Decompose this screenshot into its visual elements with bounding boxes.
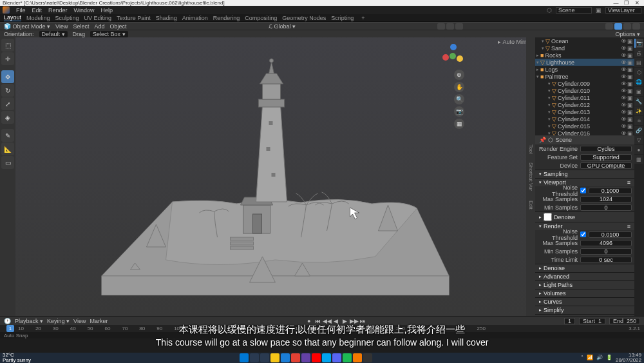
tray-chevron-icon[interactable]: ˄	[581, 355, 583, 360]
outliner-row[interactable]: ▾▽Cylinder.015👁▣	[535, 123, 634, 130]
proptab-world-icon[interactable]: 🌐	[634, 77, 643, 86]
solid-shading-icon[interactable]	[614, 23, 622, 30]
transform-tool[interactable]: ◈	[1, 111, 14, 124]
chrome-icon[interactable]	[291, 353, 300, 362]
section-curves[interactable]: ▸Curves	[535, 298, 634, 306]
play-icon[interactable]: ▶	[341, 318, 349, 324]
noise-threshold-checkbox[interactable]	[580, 188, 586, 193]
noise-threshold-vp[interactable]: 0.1000	[589, 188, 632, 194]
proptab-material-icon[interactable]: ●	[634, 145, 643, 154]
proptab-constraint-icon[interactable]: 🔗	[634, 126, 643, 135]
3d-viewport[interactable]: ▸ Auto Mirror ⊕ ✋ 🔍 📷 ▦ Tool Shortcut Vu…	[15, 37, 535, 316]
tab-geonodes[interactable]: Geometry Nodes	[282, 15, 326, 21]
cursor-tool[interactable]: ✛	[1, 52, 14, 65]
blender-taskbar-icon[interactable]	[353, 353, 362, 362]
current-frame[interactable]: 1	[564, 318, 575, 324]
timeline-marker[interactable]: Marker	[90, 318, 108, 324]
tab-texturepaint[interactable]: Texture Paint	[117, 15, 151, 21]
section-denoise[interactable]: ▸Denoise	[535, 264, 634, 272]
start-icon[interactable]	[240, 353, 249, 362]
app4-icon[interactable]	[332, 353, 341, 362]
jump-end-icon[interactable]: ⏭	[359, 318, 367, 324]
wireframe-shading-icon[interactable]	[605, 23, 613, 30]
rendered-shading-icon[interactable]	[632, 23, 640, 30]
section-volumes[interactable]: ▸Volumes	[535, 289, 634, 297]
outliner-row[interactable]: ▾▽Cylinder.016👁▣	[535, 130, 634, 135]
outliner-row[interactable]: ▾▽Cylinder.011👁▣	[535, 94, 634, 101]
outliner-row[interactable]: ▾▽Cylinder.009👁▣	[535, 80, 634, 87]
device-dropdown[interactable]: GPU Compute	[580, 162, 632, 169]
tray-volume-icon[interactable]: 🔊	[596, 355, 603, 360]
proptab-viewlayer-icon[interactable]: ▤	[634, 58, 643, 67]
tab-scripting[interactable]: Scripting	[331, 15, 354, 21]
render-engine-dropdown[interactable]: Cycles	[580, 146, 632, 152]
mode-menu-view[interactable]: View	[55, 23, 68, 30]
timeline-view[interactable]: View	[73, 318, 86, 324]
select-tool[interactable]: ⬚	[1, 39, 14, 52]
proptab-render-icon[interactable]: 📷	[634, 39, 643, 48]
tray-wifi-icon[interactable]: 📶	[587, 355, 593, 360]
outliner-row[interactable]: ▾▽Lighthouse👁▣	[535, 59, 634, 66]
minimize-button[interactable]: —	[612, 0, 621, 6]
proptab-modifier-icon[interactable]: 🔧	[634, 97, 643, 106]
close-button[interactable]: ✕	[632, 0, 641, 6]
transform-orientation[interactable]: ℒ Global ▾	[269, 23, 296, 30]
edge-icon[interactable]	[281, 353, 290, 362]
explorer-icon[interactable]	[270, 353, 279, 362]
taskbar-weather[interactable]: 32°CPartly sunny	[3, 353, 31, 363]
select-mode-dropdown[interactable]: Select Box ▾	[90, 31, 128, 37]
min-samples-vp[interactable]: 0	[580, 204, 632, 211]
measure-tool[interactable]: 📐	[1, 142, 14, 155]
max-samples-r[interactable]: 4096	[580, 240, 632, 246]
outliner[interactable]: ▾▽Ocean👁▣▾▽Sand👁▣▸■Rocks👁▣▾▽Lighthouse👁▣…	[535, 37, 634, 135]
outliner-row[interactable]: ▸■Rocks👁▣	[535, 52, 634, 59]
outliner-row[interactable]: ▾▽Cylinder.012👁▣	[535, 101, 634, 108]
menu-window[interactable]: Window	[74, 7, 95, 14]
proptab-scene-icon[interactable]: ⬡	[634, 68, 643, 77]
outliner-row[interactable]: ▾▽Cylinder.014👁▣	[535, 115, 634, 123]
viewlayer-name-input[interactable]	[605, 7, 641, 14]
app5-icon[interactable]	[343, 353, 352, 362]
timeline-keying[interactable]: Keying ▾	[47, 318, 70, 324]
noise-threshold-r-checkbox[interactable]	[580, 231, 586, 237]
menu-file[interactable]: File	[16, 7, 26, 14]
proptab-data-icon[interactable]: ▽	[634, 135, 643, 144]
windows-taskbar[interactable]: 32°CPartly sunny ˄ 📶 🔊 🔋 13:4928/07/2022	[0, 353, 644, 363]
snap-icon[interactable]	[437, 23, 445, 30]
tab-compositing[interactable]: Compositing	[245, 15, 277, 21]
tab-add[interactable]: +	[361, 15, 365, 21]
menu-render[interactable]: Render	[48, 7, 68, 14]
outliner-row[interactable]: ▾▽Ocean👁▣	[535, 37, 634, 44]
proptab-object-icon[interactable]: ▣	[634, 87, 643, 96]
play-reverse-icon[interactable]: ◀	[332, 318, 340, 324]
tab-uvediting[interactable]: UV Editing	[84, 15, 112, 21]
outliner-row[interactable]: ▾▽Sand👁▣	[535, 44, 634, 52]
noise-threshold-r[interactable]: 0.0100	[589, 231, 632, 238]
end-frame[interactable]: End 250	[609, 318, 640, 324]
playhead[interactable]: 1	[6, 325, 14, 332]
min-samples-r[interactable]: 0	[580, 248, 632, 255]
overlay-icon[interactable]	[455, 23, 463, 30]
timeline-playback[interactable]: Playback ▾	[15, 318, 43, 324]
section-sampling[interactable]: ▾Sampling	[535, 170, 634, 178]
proptab-particle-icon[interactable]: ✨	[634, 106, 643, 115]
autokeying-icon[interactable]: ●	[305, 318, 313, 324]
scale-tool[interactable]: ⤢	[1, 97, 14, 110]
add-tool[interactable]: ▭	[1, 156, 14, 169]
mode-menu-add[interactable]: Add	[94, 23, 104, 30]
tab-shading[interactable]: Shading	[156, 15, 177, 21]
time-limit[interactable]: 0 sec	[580, 257, 632, 263]
feature-set-dropdown[interactable]: Supported	[580, 154, 632, 161]
mode-menu-object[interactable]: Object	[109, 23, 126, 30]
section-simplify[interactable]: ▸Simplify	[535, 306, 634, 314]
proptab-texture-icon[interactable]: ▦	[634, 155, 643, 164]
system-tray[interactable]: ˄ 📶 🔊 🔋 13:4928/07/2022	[581, 353, 641, 363]
menu-edit[interactable]: Edit	[32, 7, 43, 14]
timeline-icon[interactable]: 🕐	[4, 318, 11, 324]
proptab-physics-icon[interactable]: ⚛	[634, 116, 643, 125]
outliner-row[interactable]: ▾▽Cylinder.010👁▣	[535, 87, 634, 94]
section-denoise-vp[interactable]: ▸ Denoise	[535, 212, 634, 222]
tab-sculpting[interactable]: Sculpting	[55, 15, 79, 21]
properties-panel[interactable]: 📌 ⬡ Scene Render EngineCycles Feature Se…	[535, 135, 634, 316]
max-samples-vp[interactable]: 1024	[580, 196, 632, 202]
